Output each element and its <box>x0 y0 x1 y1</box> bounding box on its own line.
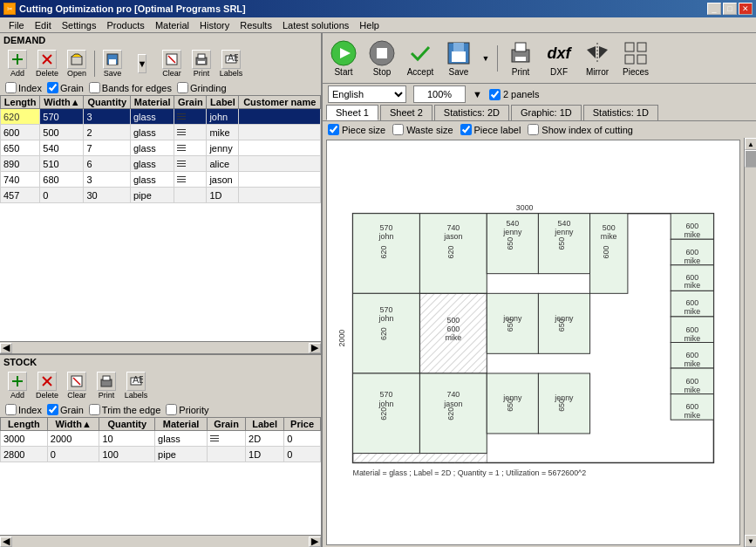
table-row[interactable]: 2800 0 100 pipe 1D 0 <box>1 447 321 462</box>
stock-index-checkbox[interactable] <box>5 404 17 415</box>
menu-help[interactable]: Help <box>354 18 385 32</box>
col-width[interactable]: Width▲ <box>40 96 84 109</box>
demand-print-button[interactable]: Print <box>187 49 215 79</box>
language-select[interactable]: English <box>328 85 406 103</box>
stock-index-check[interactable]: Index <box>5 404 42 415</box>
stock-col-price[interactable]: Price <box>284 418 321 431</box>
demand-save-dropdown[interactable]: ▼ <box>128 53 156 74</box>
stock-trim-check[interactable]: Trim the edge <box>89 404 160 415</box>
menu-settings[interactable]: Settings <box>57 18 102 32</box>
table-row[interactable]: 890 510 6 glass alice <box>1 156 321 172</box>
scroll-up-btn[interactable]: ▲ <box>745 138 756 150</box>
panels-check[interactable]: 2 panels <box>489 89 540 100</box>
tab-sheet1[interactable]: Sheet 1 <box>326 105 378 120</box>
menu-file[interactable]: File <box>3 18 30 32</box>
col-length[interactable]: Length <box>1 96 40 109</box>
col-customer[interactable]: Customer name <box>239 96 321 109</box>
piece-label-checkbox[interactable] <box>460 124 472 135</box>
demand-add-button[interactable]: Add <box>3 49 31 79</box>
col-quantity[interactable]: Quantity <box>84 96 131 109</box>
stock-clear-button[interactable]: Clear <box>63 371 91 400</box>
piece-label-check[interactable]: Piece label <box>460 124 521 135</box>
table-row[interactable]: 620 570 3 glass john <box>1 109 321 125</box>
accept-button[interactable]: Accept <box>403 38 438 79</box>
stock-col-material[interactable]: Material <box>155 418 208 431</box>
stock-delete-button[interactable]: Delete <box>33 371 61 400</box>
tab-stats1d[interactable]: Statistics: 1D <box>583 105 658 120</box>
demand-grain-check[interactable]: Grain <box>47 82 84 93</box>
stock-scroll-left[interactable]: ◀ <box>0 537 12 547</box>
menu-latest[interactable]: Latest solutions <box>277 18 354 32</box>
menu-products[interactable]: Products <box>101 18 149 32</box>
waste-size-checkbox[interactable] <box>392 124 404 135</box>
stock-col-width[interactable]: Width▲ <box>47 418 99 431</box>
show-index-check[interactable]: Show index of cutting <box>528 124 633 135</box>
stock-print-button[interactable]: Print <box>92 371 120 400</box>
save-dropdown[interactable]: ▼ <box>480 43 492 74</box>
demand-open-button[interactable]: Open <box>63 49 91 79</box>
scroll-down-btn[interactable]: ▼ <box>745 535 756 547</box>
stock-col-quantity[interactable]: Quantity <box>99 418 155 431</box>
scroll-thumb[interactable] <box>745 150 756 168</box>
demand-clear-button[interactable]: Clear <box>158 49 186 79</box>
stock-labels-button[interactable]: ABC Labels <box>122 371 150 400</box>
stop-button[interactable]: Stop <box>364 38 399 79</box>
vscrollbar[interactable]: ▲ ▼ <box>744 138 756 547</box>
demand-index-check[interactable]: Index <box>5 82 42 93</box>
zoom-dropdown[interactable]: ▼ <box>473 89 482 99</box>
demand-delete-button[interactable]: Delete <box>33 49 61 79</box>
stock-priority-checkbox[interactable] <box>166 404 177 415</box>
tab-graphic1d[interactable]: Graphic: 1D <box>511 105 582 120</box>
col-label[interactable]: Label <box>207 96 239 109</box>
table-row[interactable]: 740 680 3 glass jason <box>1 172 321 188</box>
stock-hscrollbar[interactable]: ◀ ▶ <box>0 535 321 547</box>
stock-priority-check[interactable]: Priority <box>166 404 208 415</box>
table-row[interactable]: 457 0 30 pipe 1D <box>1 188 321 203</box>
menu-results[interactable]: Results <box>235 18 277 32</box>
scroll-right-btn[interactable]: ▶ <box>309 343 321 353</box>
table-row[interactable]: 600 500 2 glass mike <box>1 125 321 140</box>
stock-col-label[interactable]: Label <box>246 418 284 431</box>
demand-index-checkbox[interactable] <box>5 82 17 93</box>
stock-col-grain[interactable]: Grain <box>208 418 246 431</box>
menu-edit[interactable]: Edit <box>30 18 57 32</box>
stock-grain-check[interactable]: Grain <box>47 404 84 415</box>
stock-add-button[interactable]: Add <box>3 371 31 400</box>
tab-stats2d[interactable]: Statistics: 2D <box>434 105 509 120</box>
show-index-checkbox[interactable] <box>528 124 539 135</box>
panels-checkbox[interactable] <box>489 89 501 100</box>
dxf-button[interactable]: dxf DXF <box>541 38 576 79</box>
stock-grain-checkbox[interactable] <box>47 404 58 415</box>
col-grain[interactable]: Grain <box>174 96 207 109</box>
demand-hscrollbar[interactable]: ◀ ▶ <box>0 341 321 353</box>
stock-col-length[interactable]: Length <box>1 418 48 431</box>
demand-save-button[interactable]: Save <box>99 49 126 79</box>
print-button[interactable]: Print <box>503 38 538 79</box>
minimize-button[interactable]: _ <box>707 3 721 15</box>
table-row[interactable]: 3000 2000 10 glass 2D 0 <box>1 431 321 447</box>
demand-bands-check[interactable]: Bands for edges <box>89 82 172 93</box>
table-row[interactable]: 650 540 7 glass jenny <box>1 140 321 156</box>
save-button[interactable]: Save <box>441 38 476 79</box>
tab-sheet2[interactable]: Sheet 2 <box>380 105 432 120</box>
maximize-button[interactable]: □ <box>723 3 737 15</box>
piece-size-checkbox[interactable] <box>328 124 339 135</box>
scroll-left-btn[interactable]: ◀ <box>0 343 12 353</box>
menu-history[interactable]: History <box>194 18 235 32</box>
demand-grain-checkbox[interactable] <box>47 82 58 93</box>
col-material[interactable]: Material <box>130 96 174 109</box>
zoom-input[interactable] <box>413 85 466 103</box>
demand-grinding-checkbox[interactable] <box>177 82 188 93</box>
stock-trim-checkbox[interactable] <box>89 404 100 415</box>
close-button[interactable]: ✕ <box>739 3 753 15</box>
menu-material[interactable]: Material <box>150 18 194 32</box>
mirror-button[interactable]: Mirror <box>580 38 615 79</box>
stock-scroll-right[interactable]: ▶ <box>309 537 321 547</box>
start-button[interactable]: Start <box>326 38 361 79</box>
demand-bands-checkbox[interactable] <box>89 82 100 93</box>
demand-grinding-check[interactable]: Grinding <box>177 82 227 93</box>
piece-size-check[interactable]: Piece size <box>328 124 385 135</box>
demand-labels-button[interactable]: ABC Labels <box>217 49 245 79</box>
pieces-button[interactable]: Pieces <box>618 38 653 79</box>
waste-size-check[interactable]: Waste size <box>392 124 453 135</box>
